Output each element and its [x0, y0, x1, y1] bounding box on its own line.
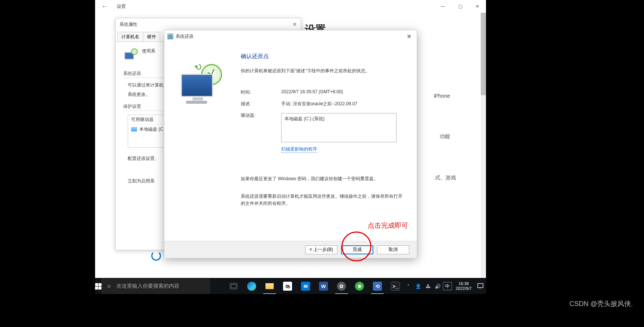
gear-icon: ⚙	[337, 282, 346, 291]
wechat-app[interactable]: ✱	[351, 278, 368, 294]
finish-button[interactable]: 完成	[341, 245, 373, 254]
drives-box: 本地磁盘 (C:) (系统)	[281, 113, 397, 142]
sysprops-title-text: 系统属性	[119, 21, 137, 28]
restore-app[interactable]: ⟲	[369, 278, 386, 294]
ime-indicator: 中	[443, 282, 452, 290]
tray-ime[interactable]: 中	[443, 278, 452, 294]
tray-volume-icon[interactable]: 🔊	[433, 278, 442, 294]
settings-peek-text-3: 式、游戏	[435, 175, 456, 181]
tray-clock[interactable]: 16:38 2022/9/7	[453, 281, 475, 291]
clock-date: 2022/9/7	[456, 286, 472, 291]
task-view-icon	[230, 283, 237, 289]
restart-warning: 系统还原需要重新启动计算机才能应用这些更改。继续操作之前，请保存所有打开的文件并…	[241, 193, 406, 207]
wechat-icon: ✱	[355, 282, 364, 291]
terminal-app[interactable]: >_	[387, 278, 404, 294]
sysprops-titlebar: 系统属性 ✕	[116, 18, 301, 30]
edge-icon	[247, 282, 256, 291]
scrollbar[interactable]	[481, 13, 486, 278]
taskbar-search[interactable]: ○ 在这里输入你要搜索的内容	[101, 278, 210, 294]
settings-titlebar: ← 设置 — ▢ ✕	[95, 0, 486, 13]
password-note: 如果你最近更改了 Windows 密码，我们建议你创建一个密码重置盘。	[241, 175, 406, 182]
minimize-button[interactable]: —	[434, 0, 452, 12]
taskbar: ○ 在这里输入你要搜索的内容 🛍 ✉ W ⚙ ✱ ⟲ >_ ˄ 👤 🖧 🔊 中 …	[95, 278, 486, 294]
restore-task-icon: ⟲	[373, 282, 382, 291]
restore-icon	[123, 48, 138, 63]
sync-icon	[151, 251, 161, 261]
desc-value: 手动: 没有安装oracle之前--2022.09.07	[281, 101, 406, 107]
folder-icon	[265, 283, 274, 289]
scrollbar-thumb[interactable]	[481, 13, 486, 95]
system-tray: ˄ 👤 🖧 🔊 中 16:38 2022/9/7	[404, 278, 487, 294]
store-icon: 🛍	[283, 282, 292, 291]
desc-label: 描述:	[241, 101, 281, 107]
file-explorer-app[interactable]	[261, 278, 278, 294]
store-app[interactable]: 🛍	[279, 278, 296, 294]
drive-label: 本地磁盘 (C	[139, 126, 163, 133]
edge-app[interactable]	[243, 278, 260, 294]
wizard-sidebar: ↻	[164, 42, 238, 241]
restore-titlebar: 系统还原 ✕	[164, 30, 417, 42]
scan-affected-link[interactable]: 扫描受影响的程序	[281, 146, 317, 153]
terminal-icon: >_	[391, 282, 400, 291]
chevron-up-icon: ˄	[407, 284, 410, 289]
task-view-button[interactable]	[225, 278, 242, 294]
cancel-button[interactable]: 取消	[377, 245, 409, 254]
mail-icon: ✉	[301, 282, 310, 291]
time-value: 2022/9/7 16:35:57 (GMT+8:00)	[281, 89, 406, 96]
time-label: 时间:	[241, 89, 281, 96]
search-placeholder: 在这里输入你要搜索的内容	[116, 283, 179, 290]
settings-peek-text: iPhone	[434, 93, 450, 99]
tray-overflow[interactable]: ˄	[404, 278, 413, 294]
restore-graphic-icon: ↻	[179, 61, 224, 106]
tab-hardware[interactable]: 硬件	[143, 32, 160, 42]
settings-app-name: 设置	[117, 3, 126, 10]
action-center-button[interactable]	[476, 278, 485, 294]
tray-people[interactable]: 👤	[414, 278, 423, 294]
search-icon: ○	[101, 283, 116, 290]
close-icon[interactable]: ✕	[292, 21, 297, 27]
drive-item: 本地磁盘 (C:) (系统)	[285, 116, 325, 121]
word-app[interactable]: W	[315, 278, 332, 294]
close-icon[interactable]: ✕	[404, 33, 414, 40]
wizard-intro: 你的计算机将被还原到下面"描述"字段中的事件之前所处的状态。	[241, 67, 406, 74]
sysprops-use-system: 使用系	[142, 48, 155, 54]
restore-title: 系统还原	[176, 33, 194, 40]
svg-rect-0	[478, 284, 483, 288]
drive-icon	[131, 127, 137, 131]
notification-icon	[477, 283, 484, 290]
wizard-button-bar: < 上一步(B) 完成 取消	[164, 241, 417, 258]
close-button[interactable]: ✕	[469, 0, 486, 12]
mail-app[interactable]: ✉	[297, 278, 314, 294]
watermark: CSDN @秃头披风侠.	[569, 299, 633, 308]
maximize-button[interactable]: ▢	[452, 0, 469, 12]
wizard-heading: 确认还原点	[241, 53, 406, 60]
word-icon: W	[319, 282, 328, 291]
tray-network-icon[interactable]: 🖧	[423, 278, 432, 294]
back-button[interactable]: ←	[95, 3, 114, 10]
annotation-text: 点击完成即可	[368, 221, 408, 230]
tab-computer-name[interactable]: 计算机名	[117, 32, 143, 42]
start-button[interactable]	[95, 278, 101, 294]
clock-time: 16:38	[456, 281, 472, 286]
settings-app[interactable]: ⚙	[333, 278, 350, 294]
drives-label: 驱动器:	[241, 112, 281, 119]
restore-app-icon	[167, 33, 173, 39]
windows-logo-icon	[95, 283, 102, 290]
back-button[interactable]: < 上一步(B)	[305, 245, 337, 254]
settings-peek-text-2: 功能	[440, 133, 450, 140]
